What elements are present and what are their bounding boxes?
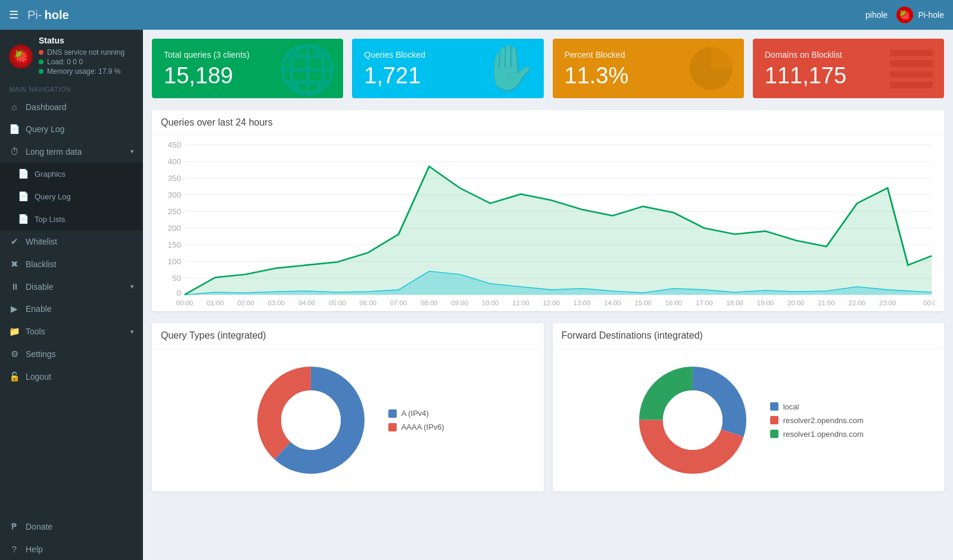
svg-text:15:00: 15:00 [634, 299, 651, 306]
sidebar-label-enable: Enable [26, 304, 52, 314]
sidebar-label-tools: Tools [26, 327, 45, 336]
load-text: Load: 0 0 0 [47, 58, 83, 66]
sidebar-item-long-term[interactable]: ⏱ Long term data ▾ [0, 140, 143, 162]
query-types-title: Query Types (integrated) [152, 323, 544, 349]
legend-label-resolver1: resolver1.opendns.com [783, 430, 864, 439]
svg-text:09:00: 09:00 [451, 299, 468, 306]
sidebar-label-blacklist: Blacklist [26, 259, 56, 269]
sidebar-label-donate: Donate [26, 522, 52, 531]
sidebar-item-whitelist[interactable]: ✔ Whitelist [0, 230, 143, 253]
navbar-username: pihole [865, 10, 887, 20]
stat-value-1: 1,721 [364, 64, 425, 87]
sidebar-label-graphics: Graphics [35, 170, 66, 179]
main-content: Total queries (3 clients) 15,189 🌐 Queri… [143, 30, 953, 560]
legend-color-resolver1 [770, 430, 778, 438]
legend-label-ipv6: AAAA (IPv6) [401, 423, 444, 431]
sidebar-item-query-log-sub[interactable]: 📄 Query Log [0, 185, 143, 208]
sidebar-item-tools[interactable]: 📁 Tools ▾ [0, 320, 143, 343]
svg-text:150: 150 [167, 241, 181, 249]
submenu-long-term: 📄 Graphics 📄 Query Log 📄 Top Lists [0, 162, 143, 230]
stat-card-content-0: Total queries (3 clients) 15,189 [164, 50, 250, 87]
sidebar-item-logout[interactable]: 🔓 Logout [0, 365, 143, 388]
stat-label-0: Total queries (3 clients) [164, 50, 250, 60]
svg-text:12:00: 12:00 [543, 299, 559, 306]
sidebar-item-top-lists[interactable]: 📄 Top Lists [0, 208, 143, 230]
svg-rect-3 [890, 71, 933, 78]
logout-icon: 🔓 [9, 371, 20, 382]
svg-text:0: 0 [177, 289, 182, 298]
stat-card-total-queries: Total queries (3 clients) 15,189 🌐 [152, 39, 343, 98]
line-chart-svg: 450 400 350 300 250 200 150 100 50 0 [161, 142, 935, 308]
menu-toggle[interactable]: ☰ [9, 8, 18, 21]
svg-text:21:00: 21:00 [818, 299, 834, 306]
svg-text:23:00: 23:00 [879, 299, 896, 306]
stat-label-3: Domains on Blocklist [765, 50, 846, 60]
check-icon: ✔ [9, 236, 20, 247]
globe-icon: 🌐 [278, 42, 337, 98]
svg-text:19:00: 19:00 [757, 299, 774, 306]
sidebar-item-blacklist[interactable]: ✖ Blacklist [0, 253, 143, 276]
chevron-down-icon-disable: ▾ [130, 283, 134, 290]
navbar-user: 🍓 Pi-hole [896, 7, 944, 23]
legend-item-local: local [770, 402, 864, 411]
sidebar-label-help: Help [26, 545, 43, 554]
svg-text:00:00: 00:00 [923, 299, 935, 306]
svg-text:07:00: 07:00 [390, 299, 407, 306]
pie-icon [684, 42, 738, 98]
queries-chart-title: Queries over last 24 hours [152, 110, 944, 136]
hand-icon: ✋ [482, 42, 538, 94]
svg-text:450: 450 [167, 142, 181, 149]
stat-cards: Total queries (3 clients) 15,189 🌐 Queri… [152, 39, 944, 98]
sidebar-label-top-lists: Top Lists [35, 215, 65, 224]
stat-card-queries-blocked: Queries Blocked 1,721 ✋ [352, 39, 543, 98]
sidebar-item-disable[interactable]: ⏸ Disable ▾ [0, 276, 143, 298]
svg-text:18:00: 18:00 [726, 299, 743, 306]
svg-text:50: 50 [172, 274, 181, 283]
sidebar-label-query-log: Query Log [26, 124, 64, 134]
navbar-site-name: Pi-hole [918, 10, 944, 20]
stat-value-3: 111,175 [765, 64, 846, 87]
status-header: 🍓 Status DNS service not running Load: 0… [0, 30, 143, 80]
sidebar-item-settings[interactable]: ⚙ Settings [0, 343, 143, 365]
forward-destinations-body: local resolver2.opendns.com resolver1.op… [553, 349, 945, 492]
sidebar-item-query-log[interactable]: 📄 Query Log [0, 118, 143, 140]
sidebar-item-dashboard[interactable]: ⌂ Dashboard [0, 96, 143, 118]
legend-label-local: local [783, 402, 799, 411]
stat-card-domains-blocklist: Domains on Blocklist 111,175 [753, 39, 944, 98]
legend-label-ipv4: A (IPv4) [401, 409, 429, 418]
svg-rect-4 [890, 82, 933, 89]
bottom-panels: Query Types (integrated) A (IPv4) [152, 323, 944, 492]
dns-status-text: DNS service not running [47, 48, 124, 57]
x-icon: ✖ [9, 259, 20, 270]
sidebar-item-donate[interactable]: ₱ Donate [0, 515, 143, 538]
navbar-right: pihole 🍓 Pi-hole [865, 7, 944, 23]
svg-point-58 [663, 390, 722, 450]
stat-card-content-1: Queries Blocked 1,721 [364, 50, 425, 87]
legend-item-resolver2: resolver2.opendns.com [770, 416, 864, 425]
avatar: 🍓 [896, 7, 913, 23]
stat-card-content-2: Percent Blocked 11.3% [565, 50, 629, 87]
memory-text: Memory usage: 17.9 % [47, 67, 120, 76]
nav-section-label: MAIN NAVIGATION [0, 80, 143, 96]
legend-item-ipv6: AAAA (IPv6) [388, 423, 444, 431]
legend-color-resolver2 [770, 416, 778, 424]
stat-value-2: 11.3% [565, 64, 629, 87]
sidebar: 🍓 Status DNS service not running Load: 0… [0, 30, 143, 560]
forward-destinations-title: Forward Destinations (integrated) [553, 323, 945, 349]
forward-destinations-legend: local resolver2.opendns.com resolver1.op… [770, 402, 864, 439]
query-types-chart [251, 361, 370, 480]
memory-item: Memory usage: 17.9 % [39, 67, 124, 76]
folder-icon: 📁 [9, 326, 20, 337]
svg-text:02:00: 02:00 [237, 299, 254, 306]
svg-text:11:00: 11:00 [512, 299, 529, 306]
sidebar-item-enable[interactable]: ▶ Enable [0, 298, 143, 320]
svg-text:04:00: 04:00 [298, 299, 315, 306]
forward-destinations-panel: Forward Destinations (integrated) [553, 323, 945, 492]
sidebar-item-graphics[interactable]: 📄 Graphics [0, 162, 143, 185]
sidebar-item-help[interactable]: ? Help [0, 538, 143, 560]
legend-color-local [770, 402, 778, 411]
legend-color-ipv4 [388, 409, 397, 418]
load-dot [39, 60, 43, 64]
svg-text:13:00: 13:00 [574, 299, 590, 306]
file-icon: 📄 [9, 124, 20, 134]
